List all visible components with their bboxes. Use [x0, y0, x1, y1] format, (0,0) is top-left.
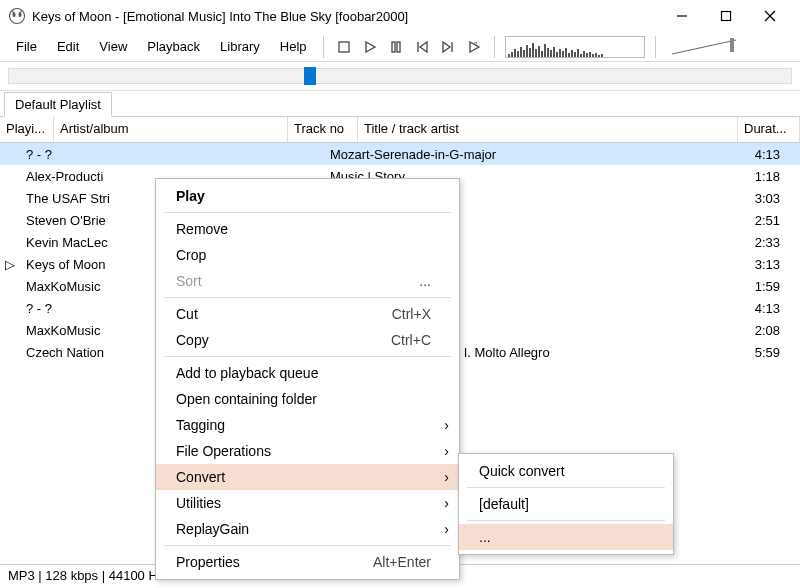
- cell-duration: 3:03: [654, 191, 800, 206]
- cell-duration: 3:13: [654, 257, 800, 272]
- context-menu: Play Remove Crop Sort... CutCtrl+X CopyC…: [155, 178, 460, 580]
- cm-play[interactable]: Play: [156, 183, 459, 209]
- app-icon: [8, 7, 26, 25]
- cm-open-folder[interactable]: Open containing folder: [156, 386, 459, 412]
- cm-cut[interactable]: CutCtrl+X: [156, 301, 459, 327]
- cell-duration: 4:13: [654, 301, 800, 316]
- convert-submenu: Quick convert [default] ...: [458, 453, 674, 555]
- seek-thumb[interactable]: [304, 67, 316, 85]
- menu-file[interactable]: File: [6, 35, 47, 58]
- menu-view[interactable]: View: [89, 35, 137, 58]
- chevron-right-icon: ›: [444, 521, 449, 537]
- cm-crop[interactable]: Crop: [156, 242, 459, 268]
- svg-marker-14: [443, 42, 450, 52]
- col-artist[interactable]: Artist/album: [54, 117, 288, 142]
- chevron-right-icon: ›: [444, 417, 449, 433]
- svg-rect-9: [392, 42, 395, 52]
- cm-file-ops[interactable]: File Operations›: [156, 438, 459, 464]
- cell-duration: 1:18: [654, 169, 800, 184]
- table-row[interactable]: ? - ?Mozart-Serenade-in-G-major4:13: [0, 143, 800, 165]
- cell-duration: 1:59: [654, 279, 800, 294]
- cm-more-presets[interactable]: ...: [459, 524, 673, 550]
- spectrum-visualizer: [505, 36, 645, 58]
- svg-line-17: [672, 40, 736, 54]
- window-title: Keys of Moon - [Emotional Music] Into Th…: [32, 9, 660, 24]
- cell-artist: ? - ?: [20, 147, 254, 162]
- cm-copy[interactable]: CopyCtrl+C: [156, 327, 459, 353]
- cell-duration: 2:33: [654, 235, 800, 250]
- menu-edit[interactable]: Edit: [47, 35, 89, 58]
- column-headers: Playi... Artist/album Track no Title / t…: [0, 117, 800, 143]
- svg-marker-12: [420, 42, 427, 52]
- playlist-tabs: Default Playlist: [0, 91, 800, 117]
- pause-icon[interactable]: [386, 37, 406, 57]
- title-bar: Keys of Moon - [Emotional Music] Into Th…: [0, 0, 800, 32]
- chevron-right-icon: ›: [444, 443, 449, 459]
- svg-rect-18: [730, 38, 734, 52]
- cm-quick-convert[interactable]: Quick convert: [459, 458, 673, 484]
- cell-duration: 5:59: [654, 345, 800, 360]
- chevron-right-icon: ›: [444, 469, 449, 485]
- cm-utilities[interactable]: Utilities›: [156, 490, 459, 516]
- cm-properties[interactable]: PropertiesAlt+Enter: [156, 549, 459, 575]
- next-icon[interactable]: [438, 37, 458, 57]
- col-trackno[interactable]: Track no: [288, 117, 358, 142]
- tab-default-playlist[interactable]: Default Playlist: [4, 92, 112, 117]
- menu-help[interactable]: Help: [270, 35, 317, 58]
- svg-marker-8: [366, 42, 375, 52]
- prev-icon[interactable]: [412, 37, 432, 57]
- svg-rect-10: [397, 42, 400, 52]
- cm-convert[interactable]: Convert›: [156, 464, 459, 490]
- minimize-button[interactable]: [660, 2, 704, 30]
- cm-sort: Sort...: [156, 268, 459, 294]
- svg-rect-4: [722, 12, 731, 21]
- playing-indicator: ▷: [0, 257, 20, 272]
- volume-slider[interactable]: [670, 36, 740, 58]
- close-button[interactable]: [748, 2, 792, 30]
- seek-bar[interactable]: [8, 68, 792, 84]
- cm-add-queue[interactable]: Add to playback queue: [156, 360, 459, 386]
- cell-duration: 2:08: [654, 323, 800, 338]
- menu-bar: File Edit View Playback Library Help ?: [0, 32, 800, 62]
- random-icon[interactable]: ?: [464, 37, 484, 57]
- menu-playback[interactable]: Playback: [137, 35, 210, 58]
- cell-duration: 2:51: [654, 213, 800, 228]
- col-title[interactable]: Title / track artist: [358, 117, 738, 142]
- maximize-button[interactable]: [704, 2, 748, 30]
- cm-replaygain[interactable]: ReplayGain›: [156, 516, 459, 542]
- stop-icon[interactable]: [334, 37, 354, 57]
- menu-library[interactable]: Library: [210, 35, 270, 58]
- cm-tagging[interactable]: Tagging›: [156, 412, 459, 438]
- cell-duration: 4:13: [654, 147, 800, 162]
- cell-title: Mozart-Serenade-in-G-major: [324, 147, 654, 162]
- col-duration[interactable]: Durat...: [738, 117, 800, 142]
- col-playing[interactable]: Playi...: [0, 117, 54, 142]
- cm-remove[interactable]: Remove: [156, 216, 459, 242]
- chevron-right-icon: ›: [444, 495, 449, 511]
- svg-rect-7: [339, 42, 349, 52]
- play-icon[interactable]: [360, 37, 380, 57]
- cm-default-preset[interactable]: [default]: [459, 491, 673, 517]
